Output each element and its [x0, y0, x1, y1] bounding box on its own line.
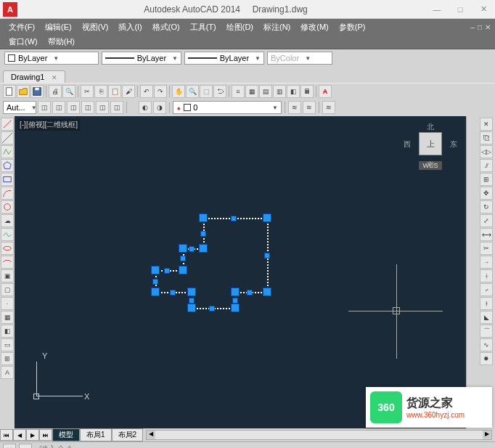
grip-midpoint[interactable] [189, 298, 195, 304]
copy-button[interactable]: ⎘ [94, 85, 107, 98]
grip-midpoint[interactable] [170, 290, 176, 296]
circle-tool[interactable] [1, 200, 14, 213]
grip-vertex[interactable] [187, 304, 196, 312]
menu-param[interactable]: 参数(P) [335, 20, 370, 34]
preview-button[interactable]: 🔍 [62, 85, 75, 98]
grip-vertex[interactable] [231, 288, 240, 296]
grip-midpoint[interactable] [231, 216, 237, 221]
workspace-combo[interactable]: Aut...▼ [3, 101, 36, 114]
menu-edit[interactable]: 编辑(E) [41, 20, 76, 34]
trim-tool[interactable]: ✂ [480, 242, 493, 255]
ws-btn4[interactable]: ◫ [81, 101, 94, 114]
layer-btn1[interactable]: ◐ [139, 101, 152, 114]
explode-tool[interactable]: ✸ [480, 352, 493, 365]
spline-tool[interactable] [1, 228, 14, 241]
matchprop-button[interactable]: 🖌 [122, 85, 135, 98]
menu-modify[interactable]: 修改(M) [296, 20, 333, 34]
grip-vertex[interactable] [263, 288, 271, 296]
array-tool[interactable]: ⊞ [480, 173, 493, 186]
grip-vertex[interactable] [231, 304, 240, 312]
tab-first[interactable]: ⏮ [0, 429, 13, 441]
gradient-tool[interactable]: ◧ [1, 325, 14, 338]
move-tool[interactable]: ✥ [480, 187, 493, 200]
redo-button[interactable]: ↷ [154, 85, 167, 98]
menu-file[interactable]: 文件(F) [4, 20, 39, 34]
grip-midpoint[interactable] [152, 279, 158, 285]
save-button[interactable] [30, 85, 44, 98]
horizontal-scrollbar[interactable]: ◀ ▶ [146, 430, 492, 440]
stretch-tool[interactable]: ⟷ [480, 228, 493, 241]
layout-tab-model[interactable]: 模型 [52, 428, 80, 441]
hatch-tool[interactable]: ▦ [1, 311, 14, 324]
close-button[interactable]: ✕ [475, 3, 492, 16]
doc-restore[interactable]: □ [478, 23, 482, 31]
rectangle-tool[interactable] [1, 173, 14, 186]
menu-draw[interactable]: 绘图(D) [222, 20, 258, 34]
pan-button[interactable]: ✋ [172, 85, 185, 98]
grip-vertex[interactable] [179, 244, 187, 253]
grip-midpoint[interactable] [264, 253, 270, 258]
ws-btn5[interactable]: ◫ [96, 101, 109, 114]
quickcalc-button[interactable]: 🖩 [300, 85, 314, 98]
grip-vertex[interactable] [263, 213, 271, 222]
grip-midpoint[interactable] [200, 231, 206, 237]
color-combo[interactable]: ByColor ▼ [267, 52, 332, 65]
vertical-scrollbar[interactable] [466, 116, 479, 428]
scale-tool[interactable]: ⤢ [480, 214, 493, 227]
lineweight-combo[interactable]: ByLayer ▼ [184, 52, 264, 65]
line-tool[interactable] [1, 118, 14, 131]
linetype-combo[interactable]: ByLayer ▼ [102, 52, 181, 65]
menu-dim[interactable]: 标注(N) [259, 20, 295, 34]
grip-midpoint[interactable] [209, 306, 215, 311]
view-cube[interactable]: 北 西 东 上 南 WCS [408, 122, 453, 187]
paste-button[interactable]: 📋 [108, 85, 121, 98]
grip-vertex[interactable] [187, 288, 196, 296]
mirror-tool[interactable]: ◁▷ [480, 145, 493, 158]
layer-btn2[interactable]: ◑ [153, 101, 166, 114]
tab-last[interactable]: ⏭ [39, 429, 52, 441]
drawing-area[interactable]: [-][俯视][二维线框] 北 西 东 上 南 WCS [15, 116, 466, 428]
grip-vertex[interactable] [151, 288, 160, 296]
menu-view[interactable]: 视图(V) [78, 20, 113, 34]
fillet-tool[interactable]: ⌒ [480, 325, 493, 338]
grip-vertex[interactable] [179, 266, 187, 274]
zoom-window-button[interactable]: ⬚ [200, 85, 213, 98]
sheet-set-button[interactable]: ▥ [273, 85, 286, 98]
break-tool[interactable]: ⌿ [480, 283, 493, 296]
design-center-button[interactable]: ▦ [245, 85, 258, 98]
break-at-point-tool[interactable]: ⟊ [480, 269, 493, 282]
properties-button[interactable]: ≡ [232, 85, 245, 98]
join-tool[interactable]: ⫲ [480, 297, 493, 310]
erase-tool[interactable]: ✕ [480, 118, 493, 131]
layer-tool3[interactable]: ≋ [322, 101, 335, 114]
revision-cloud-tool[interactable]: ☁ [1, 214, 14, 227]
menu-help[interactable]: 帮助(H) [44, 35, 79, 49]
tab-prev[interactable]: ◀ [13, 429, 26, 441]
grip-midpoint[interactable] [247, 290, 253, 296]
grip-midpoint[interactable] [164, 268, 170, 274]
point-tool[interactable]: · [1, 297, 14, 310]
menu-insert[interactable]: 插入(I) [114, 20, 146, 34]
insert-block-tool[interactable]: ▣ [1, 269, 14, 282]
doc-close[interactable]: ✕ [485, 23, 491, 31]
cmd-history-icon[interactable]: ✕ [3, 444, 16, 449]
layer-state-combo[interactable]: ⬥ 0 ▼ [173, 101, 282, 114]
open-button[interactable] [17, 85, 30, 98]
tab-next[interactable]: ▶ [26, 429, 39, 441]
app-icon[interactable]: A [3, 2, 17, 17]
new-button[interactable] [3, 85, 16, 98]
maximize-button[interactable]: □ [451, 3, 469, 16]
command-line[interactable]: ✕ ▸ 键入命令 [0, 441, 495, 448]
blend-tool[interactable]: ∿ [480, 338, 493, 351]
doc-minimize[interactable]: – [470, 23, 475, 31]
viewport-label[interactable]: [-][俯视][二维线框] [17, 119, 80, 131]
ws-btn3[interactable]: ◫ [67, 101, 80, 114]
menu-format[interactable]: 格式(O) [148, 20, 184, 34]
zoom-prev-button[interactable]: ⮌ [213, 85, 226, 98]
rotate-tool[interactable]: ↻ [480, 200, 493, 213]
ellipse-arc-tool[interactable] [1, 256, 14, 269]
cmd-input[interactable]: 键入命令 [35, 444, 492, 448]
undo-button[interactable]: ↶ [140, 85, 153, 98]
text-style-a-button[interactable]: A [319, 85, 332, 98]
table-tool[interactable]: ⊞ [1, 352, 14, 365]
